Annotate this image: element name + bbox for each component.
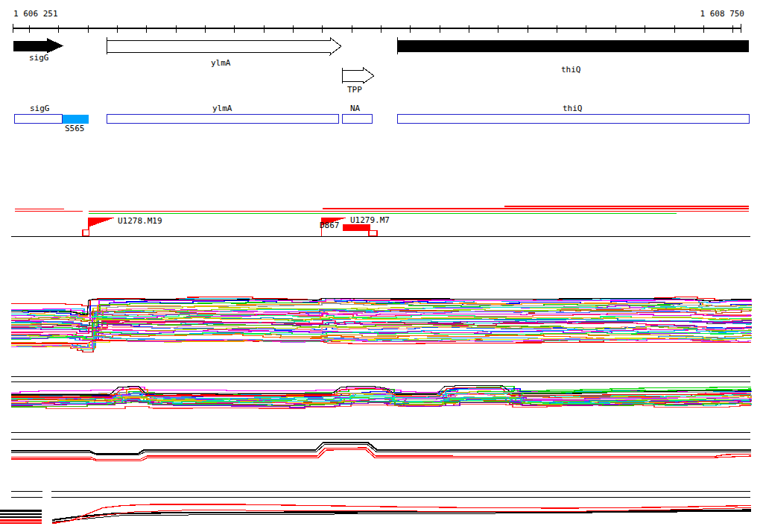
segment-label-ylmA: ylmA (212, 104, 232, 113)
segment-label-sigG: sigG (30, 104, 50, 113)
segment-label-thiQ: thiQ (563, 104, 583, 113)
segment-box-ylmA[interactable] (107, 115, 338, 124)
expression-left-block-bar (0, 513, 42, 516)
feature-wedge-U1278.M19[interactable] (89, 218, 116, 227)
segment-box-S565[interactable] (63, 115, 89, 124)
expression-profile-line (52, 508, 751, 525)
expression-left-block-bar (0, 522, 42, 524)
segment-box-NA[interactable] (342, 115, 372, 124)
segment-label-NA: NA (350, 104, 361, 113)
feature-openbox-U1278.M19[interactable] (83, 230, 89, 237)
white-gap-mask (42, 484, 52, 531)
gene-label-ylmA: ylmA (211, 58, 231, 68)
gene-label-sigG: sigG (29, 53, 49, 63)
expression-left-block-bar (0, 519, 42, 522)
feature-label-D867: D867 (320, 221, 340, 230)
expression-left-block-bar (0, 510, 42, 512)
gene-label-TPP: TPP (347, 85, 362, 95)
gene-label-thiQ: thiQ (561, 65, 581, 75)
genome-browser-view: sigGylmATPPthiQsigGS565ylmANAthiQU1278.M… (0, 0, 763, 532)
feature-label-U1278.M19: U1278.M19 (118, 216, 162, 226)
segment-label-S565: S565 (65, 124, 85, 133)
feature-label-U1279.M7: U1279.M7 (350, 215, 390, 225)
end-coordinate-label: 1 608 750 (700, 9, 744, 19)
feature-openbox-U1279.M7[interactable] (369, 231, 377, 236)
gene-arrow-TPP[interactable] (342, 68, 374, 84)
segment-box-thiQ[interactable] (397, 115, 749, 124)
gene-rect-thiQ[interactable] (397, 40, 749, 52)
genome-browser-canvas: sigGylmATPPthiQsigGS565ylmANAthiQU1278.M… (0, 0, 763, 532)
start-coordinate-label: 1 606 251 (13, 9, 58, 19)
gene-arrow-ylmA[interactable] (107, 38, 341, 55)
feature-rect-D867[interactable] (343, 224, 370, 231)
expression-left-block-bar (0, 516, 42, 518)
gene-arrow-sigG[interactable] (13, 38, 63, 54)
segment-box-sigG[interactable] (14, 115, 63, 124)
